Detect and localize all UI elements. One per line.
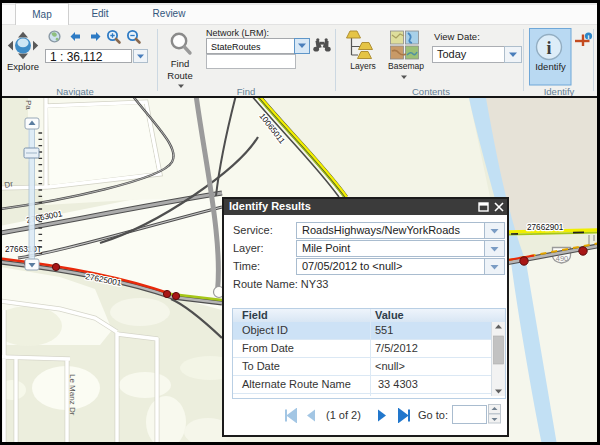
svg-text:2766310T: 2766310T [5, 245, 42, 254]
svg-text:Pa: Pa [24, 100, 33, 110]
svg-text:490: 490 [556, 254, 569, 263]
svg-text:i: i [588, 33, 590, 40]
svg-text:i: i [546, 38, 551, 58]
svg-text:StateRoutes: StateRoutes [211, 42, 261, 52]
svg-text:27662901: 27662901 [527, 223, 564, 232]
svg-text:Le Manz Dr: Le Manz Dr [68, 374, 77, 416]
svg-text:1 : 36,112: 1 : 36,112 [50, 50, 103, 64]
